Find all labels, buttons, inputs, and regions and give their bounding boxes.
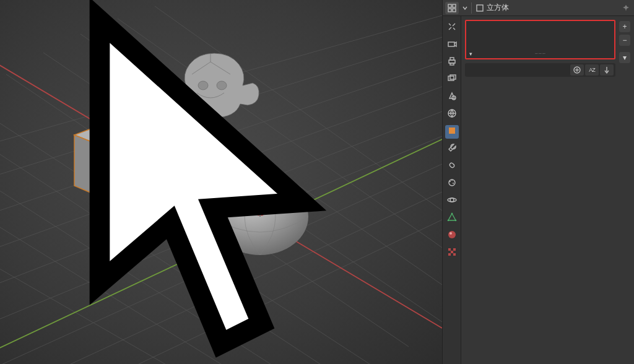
svg-rect-34: [477, 5, 483, 11]
new-item-button[interactable]: [570, 64, 584, 76]
svg-rect-35: [448, 42, 454, 46]
checker-icon: [447, 247, 457, 259]
editor-type-button[interactable]: [445, 2, 459, 14]
square-icon: [447, 126, 457, 138]
svg-rect-59: [453, 253, 456, 256]
properties-icon: [448, 4, 456, 12]
svg-point-48: [450, 198, 454, 202]
svg-rect-31: [453, 4, 456, 7]
tab-data[interactable]: [445, 212, 459, 225]
svg-point-22: [119, 155, 123, 158]
object-cube[interactable]: [74, 118, 166, 206]
svg-point-47: [451, 180, 453, 181]
arrow-down-icon: [604, 66, 610, 74]
tab-material[interactable]: [445, 229, 459, 243]
object-sphere[interactable]: [212, 178, 308, 255]
tab-scene[interactable]: [445, 90, 459, 104]
svg-point-24: [217, 81, 227, 90]
camera-back-icon: [447, 39, 457, 51]
move-down-button[interactable]: [600, 64, 614, 76]
cone-sphere-icon: [447, 91, 457, 103]
svg-point-51: [454, 220, 456, 222]
svg-point-49: [448, 198, 456, 202]
viewport-canvas: [0, 0, 442, 364]
image-stack-icon: [447, 74, 457, 86]
plus-circle-icon: [573, 66, 581, 74]
chevron-down-icon[interactable]: [462, 6, 467, 11]
svg-rect-57: [451, 251, 453, 253]
svg-rect-55: [448, 248, 451, 251]
tab-output[interactable]: [445, 56, 459, 69]
separator: [471, 2, 472, 14]
tab-object[interactable]: [445, 125, 459, 139]
orbit-icon: [447, 195, 457, 207]
wrench-screwdriver-icon: [447, 22, 457, 34]
svg-line-0: [0, 99, 371, 364]
items-list-box[interactable]: ▾ ┄┄┄: [465, 20, 615, 59]
property-tabs: [443, 16, 461, 364]
properties-header: 立方体: [443, 0, 634, 16]
svg-rect-36: [449, 60, 455, 63]
tab-physics[interactable]: [445, 194, 459, 208]
svg-point-52: [447, 220, 449, 222]
list-side-buttons: + − ▾: [619, 21, 630, 63]
remove-item-button[interactable]: −: [619, 35, 630, 46]
svg-rect-37: [450, 58, 454, 60]
tab-tool[interactable]: [445, 21, 459, 35]
active-object-name: 立方体: [487, 2, 509, 13]
tab-modifiers[interactable]: [445, 142, 459, 156]
list-toolbar: A͏Z: [465, 63, 615, 77]
svg-rect-43: [449, 128, 455, 134]
globe-icon: [447, 108, 457, 121]
list-menu-button[interactable]: ▾: [619, 52, 630, 63]
svg-point-45: [449, 181, 451, 182]
svg-rect-56: [453, 248, 456, 251]
tab-world[interactable]: [445, 108, 459, 121]
property-area: + − ▾ ▾ ┄┄┄: [461, 16, 634, 364]
particles-icon: [447, 178, 457, 190]
list-resize-grip-icon[interactable]: ┄┄┄: [535, 51, 546, 56]
az-sort-icon: A͏Z: [589, 67, 595, 73]
tab-view-layer[interactable]: [445, 73, 459, 87]
tab-constraints[interactable]: [445, 160, 459, 173]
list-expand-caret-icon[interactable]: ▾: [469, 51, 472, 57]
pin-button[interactable]: [620, 2, 632, 14]
printer-icon: [447, 56, 457, 69]
object-suzanne[interactable]: [170, 53, 259, 118]
wrench-icon: [447, 143, 457, 155]
svg-rect-30: [448, 4, 451, 7]
svg-rect-32: [448, 9, 451, 12]
material-sphere-icon: [447, 230, 457, 242]
svg-rect-40: [450, 75, 456, 79]
svg-rect-33: [453, 9, 456, 12]
mesh-triangle-icon: [447, 212, 457, 225]
add-item-button[interactable]: +: [619, 21, 630, 32]
svg-rect-58: [448, 253, 451, 256]
svg-point-23: [198, 81, 208, 90]
svg-point-50: [451, 213, 453, 215]
svg-point-53: [448, 231, 456, 238]
pin-icon: [622, 4, 630, 12]
properties-panel: 立方体 + − ▾ ▾ ┄┄┄: [442, 0, 634, 364]
context-breadcrumb[interactable]: 立方体: [476, 2, 509, 13]
svg-point-46: [453, 183, 454, 184]
object-data-icon: [476, 4, 484, 12]
tab-render[interactable]: [445, 38, 459, 52]
sort-az-button[interactable]: A͏Z: [585, 64, 599, 76]
viewport-3d[interactable]: [0, 0, 442, 364]
chain-link-icon: [447, 160, 457, 173]
svg-rect-38: [450, 63, 454, 65]
svg-line-9: [0, 248, 167, 364]
tab-texture[interactable]: [445, 246, 459, 260]
svg-rect-39: [448, 76, 454, 80]
tab-particles[interactable]: [445, 177, 459, 191]
svg-point-54: [449, 232, 452, 235]
